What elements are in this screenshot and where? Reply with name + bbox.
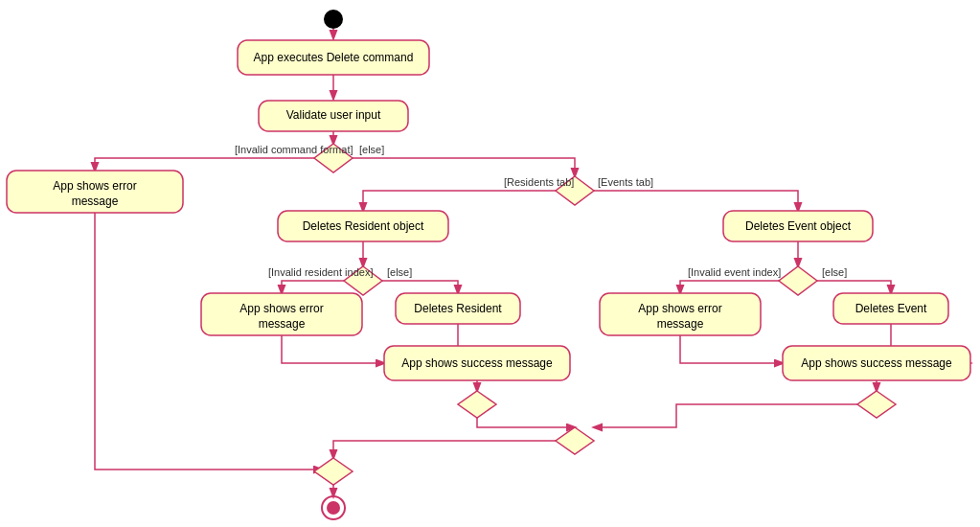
label-else1: [else]: [359, 144, 384, 155]
validate-input-label: Validate user input: [286, 108, 381, 122]
error3-label-line2: message: [657, 317, 704, 331]
diamond5: [857, 391, 896, 418]
error2-label-line1: App shows error: [239, 302, 323, 315]
start-node: [324, 10, 343, 29]
edge-diamond5-diamond6: [594, 404, 857, 427]
edge-error1-diamond7: [95, 213, 322, 470]
edge-error2-success1: [282, 335, 384, 363]
end-inner: [327, 501, 340, 515]
del-resident-obj-label: Deletes Resident object: [303, 219, 424, 233]
error2-label-line2: message: [259, 317, 306, 331]
success1-label: App shows success message: [401, 356, 553, 370]
diamond7: [314, 458, 353, 485]
execute-delete-label: App executes Delete command: [254, 51, 414, 64]
label-invalid-event: [Invalid event index]: [688, 266, 781, 278]
label-invalid-format: [Invalid command format]: [235, 144, 353, 155]
error3-label-line1: App shows error: [638, 302, 721, 315]
error1-label-line1: App shows error: [53, 179, 136, 193]
del-event-obj-label: Deletes Event object: [745, 219, 852, 233]
label-residents-tab: [Residents tab]: [504, 176, 574, 188]
del-event-label: Deletes Event: [855, 302, 927, 315]
label-events-tab: [Events tab]: [598, 176, 653, 188]
diamond4: [458, 391, 496, 418]
edge-diamond1-tabdiamond: [353, 158, 575, 176]
label-else3: [else]: [822, 266, 847, 278]
diamond3: [779, 266, 817, 295]
edge-error3-success2: [680, 335, 783, 363]
label-invalid-resident: [Invalid resident index]: [268, 266, 373, 278]
error1-label-line2: message: [72, 195, 119, 208]
edge-diamond2-del-resident: [382, 281, 458, 293]
edge-tab-resident-obj: [363, 191, 556, 211]
label-else2: [else]: [387, 266, 412, 278]
edge-tab-event-obj: [594, 191, 798, 211]
del-resident-label: Deletes Resident: [414, 302, 502, 315]
edge-diamond3-del-event: [817, 281, 891, 293]
edge-diamond3-error3: [680, 281, 779, 293]
edge-diamond4-diamond6: [477, 418, 575, 427]
edge-diamond1-error1: [95, 158, 314, 171]
edge-diamond2-error2: [282, 281, 344, 293]
diamond6: [556, 427, 594, 454]
activity-diagram: App executes Delete command Validate use…: [0, 0, 980, 527]
success2-label: App shows success message: [801, 356, 952, 370]
edge-diamond6-diamond7: [333, 441, 556, 458]
